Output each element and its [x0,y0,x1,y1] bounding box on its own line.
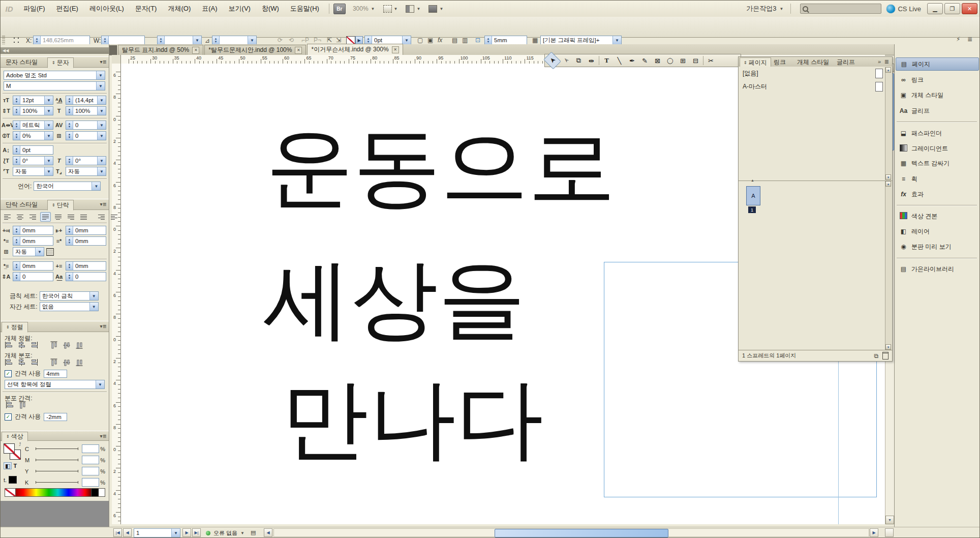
spinner-icon[interactable]: ▲▼ [34,36,41,44]
page-thumbnail[interactable]: A [746,186,760,205]
doc-tab-2[interactable]: *이거무슨서체.indd @ 300%✕ [307,44,403,55]
collapse-dock-strip[interactable]: ◀◀ [1,47,109,54]
save-preflight-icon[interactable]: ▤ [251,529,256,536]
spinner-icon[interactable]: ▲▼ [66,262,73,270]
chevron-down-icon[interactable]: ▼ [96,380,104,388]
tab-character-styles[interactable]: 문자 스타일 [2,58,42,67]
scroll-down-icon[interactable]: ▼ [885,174,891,180]
tab-close-icon[interactable]: ✕ [192,47,199,54]
horizontal-scale-field[interactable]: T ▲▼100%▼ [54,106,106,115]
chevron-down-icon[interactable]: ▼ [44,157,53,165]
cs-live-button[interactable]: CS Live [886,5,921,13]
type-tool-icon[interactable]: T [600,55,613,66]
wrap-none-icon[interactable]: ▤ [452,37,457,44]
scroll-down-icon[interactable]: ▼ [885,516,894,524]
last-page-icon[interactable]: ▶| [192,528,201,537]
menu-help[interactable]: 도움말(H) [285,4,325,13]
sidebar-item-glyphs[interactable]: Aa글리프 [896,104,979,117]
menu-type[interactable]: 문자(T) [130,4,163,13]
chevron-down-icon[interactable]: ▼ [44,167,53,175]
spinner-icon[interactable]: ▲▼ [66,121,73,129]
align-left-edges-icon[interactable] [5,342,13,348]
sidebar-item-effects[interactable]: fx효과 [896,188,979,201]
align-v-centers-icon[interactable] [64,341,70,349]
space-before-field[interactable]: *̲≡ ▲▼0mm [2,261,53,271]
align-spacing-field[interactable]: 4mm [44,370,67,378]
prev-page-icon[interactable]: ◀ [123,528,132,537]
menu-table[interactable]: 표(A) [196,4,223,13]
color-ramp[interactable] [5,488,105,497]
zoom-level-dropdown[interactable]: 300% ▼ [353,5,375,12]
chevron-down-icon[interactable]: ▼ [248,36,256,44]
spinner-icon[interactable]: ▲▼ [365,36,372,44]
justify-last-center-button[interactable] [53,212,64,222]
justify-last-right-button[interactable] [66,212,76,222]
screen-mode-dropdown[interactable]: ▼ [406,5,420,13]
align-toward-spine-button[interactable] [96,212,107,222]
use-spacing-checkbox[interactable]: ✓ [5,370,12,377]
pages-scrollbar[interactable]: ▲ ▼ [885,181,892,350]
pencil-tool-icon[interactable]: ✎ [638,55,651,66]
chevron-down-icon[interactable]: ▼ [44,132,53,140]
spectrum-gradient[interactable] [16,489,91,496]
spinner-icon[interactable]: ▲▼ [13,132,20,140]
fill-swatch[interactable] [4,443,15,454]
horizontal-grid-tool-icon[interactable]: ⊞ [677,55,689,66]
gap-tool-icon[interactable]: ⇹ [585,55,598,66]
drop-cap-chars-field[interactable]: A͟a ▲▼0 [54,272,106,281]
char-rotation-field[interactable]: T ▲▼0°▼ [54,156,106,165]
distribute-top-icon[interactable] [5,359,13,366]
drop-cap-lines-field[interactable]: ⇕A ▲▼0 [2,272,53,281]
proportional-spacing-field[interactable]: ⦶T ▲▼0%▼ [2,131,53,140]
spinner-icon[interactable]: ▲▼ [158,36,165,44]
kinsoku-dropdown[interactable]: 한국어 금칙▼ [40,291,99,301]
none-swatch[interactable] [5,489,16,496]
spinner-icon[interactable]: ▲▼ [66,237,73,245]
select-container-icon[interactable]: ⇱ [327,37,332,44]
page-number-badge[interactable]: 1 [748,206,756,213]
ruler-origin[interactable] [112,55,121,64]
drop-shadow-icon[interactable]: ▣ [427,37,433,44]
horizontal-scrollbar[interactable] [273,528,869,537]
sidebar-item-gradient[interactable]: 그레이디언트 [896,142,979,155]
minimize-button[interactable]: ▁ [927,3,943,14]
tracking-field[interactable]: AV ▲▼0▼ [54,121,106,130]
tab-align[interactable]: ⇕정렬 [2,322,28,333]
scroll-down-icon[interactable]: ▼ [885,344,891,350]
tint-icon[interactable]: t. [4,477,7,483]
control-panel-menu-icon[interactable]: ≣ [967,36,972,43]
spinner-icon[interactable]: ▲▼ [13,107,20,115]
spinner-icon[interactable]: ▲▼ [66,226,73,234]
panel-menu-icon[interactable]: ▾≣ [100,201,107,207]
spinner-icon[interactable]: ▲▼ [13,96,20,104]
chevron-down-icon[interactable]: ▼ [44,96,53,104]
distribute-spacing-field[interactable]: -2mm [44,413,67,421]
scroll-left-icon[interactable]: ◀ [264,528,272,537]
new-spread-icon[interactable]: ⧉ [874,352,878,360]
scroll-right-icon[interactable]: ▶ [870,528,878,537]
doc-tab-0[interactable]: 탈무드 표지.indd @ 50%✕ [118,45,203,55]
black-white-swatch[interactable] [91,489,105,496]
flip-horizontal-icon[interactable]: ⌐P [301,37,309,44]
font-family-dropdown[interactable]: Adobe 명조 Std▼ [4,71,105,80]
sidebar-item-stroke[interactable]: ≡획 [896,172,979,186]
baseline-shift-field[interactable]: A↨ ▲▼0pt [2,145,53,155]
object-style-icon[interactable]: ▦ [532,37,538,44]
scroll-up-icon[interactable]: ▲ [885,67,891,73]
pages-panel-tab-2[interactable]: 개체 스타일 [793,57,833,67]
spinner-icon[interactable]: ▲▼ [66,96,73,104]
spinner-icon[interactable]: ▲▼ [102,36,109,44]
preflight-status[interactable]: 오류 없음 ▼ [206,529,244,537]
search-input[interactable] [800,4,881,14]
last-line-indent-field[interactable]: ≡* ▲▼0mm [54,236,106,246]
vertical-ruler[interactable]: 680246802468024680246 [112,64,121,524]
percent-field[interactable] [82,444,99,453]
menu-view[interactable]: 보기(V) [223,4,256,13]
tab-close-icon[interactable]: ✕ [392,46,399,53]
fill-stroke-proxy[interactable]: ⤴ [4,443,24,474]
delete-page-icon[interactable] [882,352,889,360]
chevron-down-icon[interactable]: ▼ [97,132,106,140]
wrap-bounding-icon[interactable]: ▥ [462,37,468,44]
color-slider[interactable] [36,449,78,449]
space-before-char-dropdown[interactable]: ⌜T 자동▼ [2,167,53,176]
